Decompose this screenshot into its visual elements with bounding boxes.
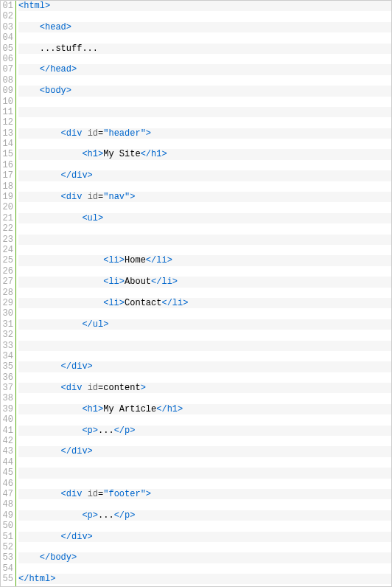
code-line: <h1>My Site</h1> xyxy=(18,149,391,159)
code-line: <div id="header"> xyxy=(18,128,391,139)
code-line xyxy=(18,223,391,234)
token-tag: <li> xyxy=(103,298,125,308)
code-line: </div> xyxy=(18,532,391,542)
line-number: 49 xyxy=(1,510,13,521)
line-number: 26 xyxy=(1,266,13,277)
code-line: <p>...</p> xyxy=(18,426,391,436)
code-line: <body> xyxy=(18,86,391,96)
token-tag: </head> xyxy=(40,64,77,74)
code-line xyxy=(18,351,391,361)
line-number: 38 xyxy=(1,393,13,403)
code-line: <li>Home</li> xyxy=(18,255,391,265)
token-val: "header" xyxy=(103,128,146,139)
line-number: 51 xyxy=(1,532,13,542)
line-number: 48 xyxy=(1,499,13,510)
token-txt xyxy=(82,383,87,393)
code-line xyxy=(18,288,391,298)
line-number: 19 xyxy=(1,192,13,202)
line-number: 20 xyxy=(1,202,13,212)
line-number: 12 xyxy=(1,117,13,128)
token-tag: <li> xyxy=(103,277,125,287)
token-attr: id xyxy=(88,489,98,499)
code-line xyxy=(18,393,391,403)
token-txt: Contact xyxy=(125,298,161,308)
line-number: 45 xyxy=(1,468,13,478)
token-txt xyxy=(82,489,87,499)
token-tag: </div> xyxy=(61,170,93,181)
token-tag: </p> xyxy=(114,510,136,521)
line-number: 15 xyxy=(1,149,13,159)
code-line: <h1>My Article</h1> xyxy=(18,404,391,414)
code-line: <li>Contact</li> xyxy=(18,298,391,308)
line-number: 03 xyxy=(1,22,13,32)
code-line: <div id="footer"> xyxy=(18,489,391,499)
token-txt: My Article xyxy=(103,404,156,414)
token-txt: ... xyxy=(98,510,114,521)
line-number: 44 xyxy=(1,457,13,468)
code-line xyxy=(18,521,391,531)
token-tag: </h1> xyxy=(156,404,183,414)
line-number: 33 xyxy=(1,341,13,351)
code-line: </div> xyxy=(18,170,391,181)
token-txt: My Site xyxy=(103,149,140,159)
code-line xyxy=(18,563,391,574)
code-line xyxy=(18,457,391,468)
token-attr: id xyxy=(88,192,98,202)
code-line xyxy=(18,160,391,170)
line-number-gutter: 0102030405060708091011121314151617181920… xyxy=(1,1,15,586)
line-number: 08 xyxy=(1,75,13,86)
token-tag: <div xyxy=(61,383,83,393)
token-tag: </div> xyxy=(61,361,93,372)
token-tag: </h1> xyxy=(141,149,167,159)
line-number: 27 xyxy=(1,277,13,287)
line-number: 06 xyxy=(1,54,13,64)
token-tag: </p> xyxy=(114,426,136,436)
token-txt: About xyxy=(125,277,151,287)
code-line: </div> xyxy=(18,361,391,372)
code-line: </ul> xyxy=(18,319,391,330)
code-line: </body> xyxy=(18,552,391,563)
code-line: <p>...</p> xyxy=(18,510,391,521)
code-line: <li>About</li> xyxy=(18,277,391,287)
token-val: "footer" xyxy=(103,489,146,499)
line-number: 41 xyxy=(1,426,13,436)
line-number: 53 xyxy=(1,552,13,563)
line-number: 21 xyxy=(1,213,13,223)
token-tag: </div> xyxy=(61,446,93,456)
line-number: 25 xyxy=(1,255,13,265)
token-txt: content xyxy=(103,383,140,393)
line-number: 54 xyxy=(1,563,13,574)
line-number: 28 xyxy=(1,288,13,298)
code-area: <html> <head> ...stuff... </head> <body>… xyxy=(15,1,391,586)
code-line xyxy=(18,139,391,149)
code-line xyxy=(18,372,391,383)
token-tag: <ul> xyxy=(82,213,103,223)
token-tag: </ul> xyxy=(82,319,108,330)
code-line: </div> xyxy=(18,446,391,456)
code-line xyxy=(18,330,391,340)
token-tag: > xyxy=(141,383,146,393)
line-number: 09 xyxy=(1,86,13,96)
code-line xyxy=(18,341,391,351)
code-line: ...stuff... xyxy=(18,44,391,54)
code-line xyxy=(18,32,391,43)
line-number: 11 xyxy=(1,107,13,117)
line-number: 37 xyxy=(1,383,13,393)
code-line xyxy=(18,414,391,425)
token-tag: <div xyxy=(61,128,83,139)
line-number: 05 xyxy=(1,44,13,54)
line-number: 34 xyxy=(1,351,13,361)
line-number: 39 xyxy=(1,404,13,414)
line-number: 14 xyxy=(1,139,13,149)
token-txt: ... xyxy=(98,426,114,436)
line-number: 01 xyxy=(1,1,13,11)
line-number: 30 xyxy=(1,308,13,319)
token-tag: <p> xyxy=(82,510,98,521)
token-tag: <div xyxy=(61,489,83,499)
line-number: 36 xyxy=(1,372,13,383)
token-txt xyxy=(82,128,87,139)
line-number: 52 xyxy=(1,542,13,552)
code-line xyxy=(18,479,391,489)
token-tag: <html> xyxy=(18,1,50,11)
line-number: 23 xyxy=(1,235,13,245)
